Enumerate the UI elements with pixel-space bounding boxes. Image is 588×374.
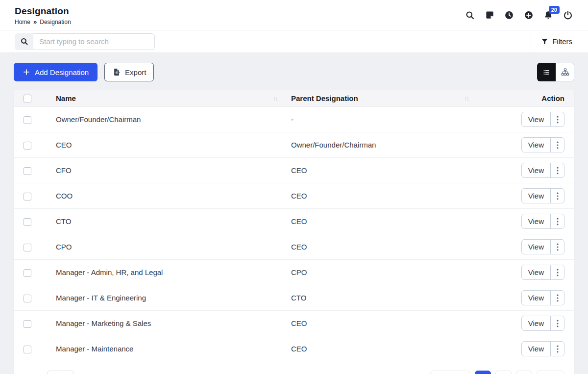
row-menu-button[interactable] (550, 240, 564, 254)
row-checkbox[interactable] (24, 193, 31, 200)
row-checkbox[interactable] (24, 218, 31, 226)
search-input[interactable] (33, 33, 155, 50)
left-actions: Add Designation Export (14, 63, 154, 81)
parent-designation: CTO (291, 294, 306, 302)
row-checkbox[interactable] (24, 116, 31, 124)
history-clock-icon[interactable] (504, 10, 514, 21)
view-button[interactable]: View (522, 138, 550, 152)
row-menu-button[interactable] (550, 163, 564, 177)
search-icon[interactable] (465, 10, 475, 21)
row-checkbox[interactable] (24, 346, 31, 353)
select-all-checkbox[interactable] (24, 95, 31, 102)
row-action-group: View (521, 290, 564, 305)
page-button-2[interactable]: 2 (495, 371, 512, 374)
table-row: Manager - Maintenance CEO View (14, 336, 574, 362)
row-action-group: View (521, 188, 564, 203)
view-button[interactable]: View (522, 342, 550, 356)
table-row: CEO Owner/Founder/Chairman View (14, 132, 574, 158)
add-designation-button[interactable]: Add Designation (14, 63, 98, 81)
row-action-group: View (521, 137, 564, 152)
row-checkbox[interactable] (24, 244, 31, 251)
row-menu-button[interactable] (550, 138, 564, 152)
view-button[interactable]: View (522, 214, 550, 228)
row-action-group: View (521, 163, 564, 178)
breadcrumb-separator-icon: » (33, 19, 37, 25)
sort-parent-icon[interactable]: ↑↓ (464, 95, 472, 102)
next-page-button[interactable]: Next (537, 371, 564, 374)
table-row: Owner/Founder/Chairman - View (14, 107, 574, 132)
row-menu-button[interactable] (550, 189, 564, 203)
kebab-menu-icon (557, 192, 559, 200)
table-row: CPO CEO View (14, 234, 574, 260)
filters-button[interactable]: Filters (541, 37, 572, 46)
topbar: Designation Home » Designation (0, 0, 588, 30)
designation-name: CFO (56, 166, 72, 175)
column-header-name: Name (56, 94, 76, 102)
export-label: Export (125, 68, 146, 76)
row-menu-button[interactable] (550, 214, 564, 228)
notification-badge: 20 (549, 6, 560, 14)
page-size-select[interactable]: 10 (47, 371, 74, 374)
row-action-group: View (521, 239, 564, 254)
title-block: Designation Home » Designation (15, 5, 71, 25)
parent-designation: CEO (291, 192, 307, 200)
row-menu-button[interactable] (550, 316, 564, 330)
view-button[interactable]: View (522, 240, 550, 254)
row-menu-button[interactable] (550, 291, 564, 305)
power-icon[interactable] (563, 10, 573, 21)
designation-name: Owner/Founder/Chairman (56, 115, 141, 124)
designation-name: Manager - Admin, HR, and Legal (56, 268, 163, 276)
view-button[interactable]: View (522, 265, 550, 279)
page-title: Designation (15, 6, 71, 17)
export-button[interactable]: Export (104, 63, 154, 81)
sort-name-icon[interactable]: ↑↓ (273, 95, 281, 102)
designation-table: Name ↑↓ Parent Designation ↑↓ Action (14, 90, 574, 361)
previous-page-button[interactable]: Previous (430, 371, 470, 374)
row-checkbox[interactable] (24, 295, 31, 302)
designation-name: CEO (56, 141, 72, 149)
column-header-parent: Parent Designation (291, 94, 358, 102)
main-content: Add Designation Export (0, 53, 588, 374)
view-button[interactable]: View (522, 189, 550, 203)
designation-name: CPO (56, 243, 72, 251)
notification-bell-icon[interactable]: 20 (543, 10, 554, 21)
quick-add-icon[interactable] (523, 10, 534, 21)
toolbar-spacer (159, 30, 531, 52)
toolbar-filters-section: Filters (531, 30, 588, 52)
kebab-menu-icon (557, 141, 559, 149)
kebab-menu-icon (557, 218, 559, 225)
row-menu-button[interactable] (550, 112, 564, 126)
notes-icon[interactable] (484, 10, 495, 21)
add-designation-label: Add Designation (35, 68, 89, 76)
hierarchy-view-button[interactable] (556, 63, 574, 81)
row-checkbox[interactable] (24, 167, 31, 175)
row-checkbox[interactable] (24, 269, 31, 277)
row-checkbox[interactable] (24, 320, 31, 328)
breadcrumb-home[interactable]: Home (15, 19, 30, 25)
parent-designation: CEO (291, 243, 307, 251)
designation-name: COO (56, 192, 73, 200)
table-row: Manager - Admin, HR, and Legal CPO View (14, 260, 574, 285)
kebab-menu-icon (557, 269, 559, 276)
parent-designation: CEO (291, 217, 307, 225)
kebab-menu-icon (557, 294, 559, 302)
row-action-group: View (521, 112, 564, 127)
table-footer: Show 10 entries Showing 1 to 10 of 23 en… (14, 361, 574, 374)
parent-designation: - (291, 115, 294, 124)
row-action-group: View (521, 316, 564, 331)
page-button-3[interactable]: 3 (516, 371, 532, 374)
view-button[interactable]: View (522, 316, 550, 330)
view-button[interactable]: View (522, 163, 550, 177)
row-menu-button[interactable] (550, 265, 564, 279)
actions-row: Add Designation Export (14, 63, 574, 81)
view-button[interactable]: View (522, 291, 550, 305)
row-menu-button[interactable] (550, 342, 564, 356)
page-button-1[interactable]: 1 (475, 371, 491, 374)
designation-name: Manager - Maintenance (56, 345, 133, 353)
table-row: CTO CEO View (14, 209, 574, 234)
row-checkbox[interactable] (24, 142, 31, 150)
view-button[interactable]: View (522, 112, 550, 126)
designation-name: Manager - IT & Engineering (56, 294, 146, 302)
table-body: Owner/Founder/Chairman - View C (14, 107, 574, 362)
list-view-button[interactable] (537, 63, 556, 81)
